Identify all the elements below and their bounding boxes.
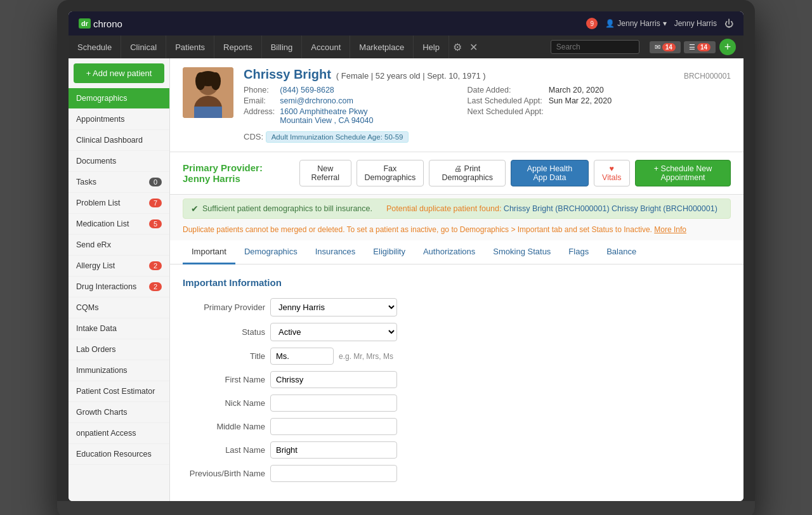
print-demographics-button[interactable]: Print Demographics xyxy=(429,160,506,186)
duplicate-warning: Potential duplicate patient found: Chris… xyxy=(386,204,717,213)
warning-alert: Duplicate patients cannot be merged or d… xyxy=(183,223,731,237)
tab-important[interactable]: Important xyxy=(183,240,235,264)
sidebar-item-immunizations[interactable]: Immunizations xyxy=(69,360,169,381)
add-button[interactable]: + xyxy=(719,39,736,55)
nav-account[interactable]: Account xyxy=(302,36,350,58)
add-patient-button[interactable]: + Add new patient xyxy=(74,63,164,83)
phone-label: Phone: xyxy=(244,86,275,95)
patient-phone[interactable]: (844) 569-8628 xyxy=(280,86,462,95)
last-name-row: Last Name xyxy=(183,441,731,459)
title-label: Title xyxy=(183,351,265,361)
more-info-link[interactable]: More Info xyxy=(654,225,686,234)
cds-label: CDS: xyxy=(244,132,263,141)
sidebar-item-drug-interactions[interactable]: Drug Interactions 2 xyxy=(69,277,169,297)
tab-eligibility[interactable]: Eligibility xyxy=(364,240,414,264)
nav-help[interactable]: Help xyxy=(414,36,449,58)
sidebar-item-education[interactable]: Education Resources xyxy=(69,444,169,465)
apple-health-button[interactable]: Apple Health App Data xyxy=(511,160,588,186)
vitals-button[interactable]: ♥ Vitals xyxy=(594,160,630,186)
form-section: Important Information Primary Provider J… xyxy=(170,264,743,501)
status-select[interactable]: Active xyxy=(270,323,397,341)
sidebar-item-demographics[interactable]: Demographics xyxy=(69,88,169,109)
patient-full-name[interactable]: Chrissy Bright xyxy=(244,67,331,82)
tab-insurances[interactable]: Insurances xyxy=(306,240,365,264)
svg-point-4 xyxy=(195,72,206,90)
messages-button[interactable]: ✉ 14 xyxy=(650,41,681,53)
action-bar: Primary Provider: Jenny Harris New Refer… xyxy=(170,152,743,195)
duplicate-link-1[interactable]: Chrissy Bright (BRCH000001) xyxy=(504,204,610,213)
sidebar-item-clinical-dashboard[interactable]: Clinical Dashboard xyxy=(69,130,169,151)
logo: dr chrono xyxy=(79,18,122,29)
allergy-badge: 2 xyxy=(149,261,162,270)
success-alert: ✔ Sufficient patient demographics to bil… xyxy=(183,199,731,219)
logo-dr: dr xyxy=(79,18,91,29)
previous-birth-name-row: Previous/Birth Name xyxy=(183,465,731,482)
sidebar-item-onpatient[interactable]: onpatient Access xyxy=(69,423,169,444)
next-appt-label: Next Scheduled Appt: xyxy=(468,107,544,125)
provider-label: Primary Provider: Jenny Harris xyxy=(183,162,289,184)
nav-close-icon[interactable]: ✕ xyxy=(466,36,481,58)
status-label: Status xyxy=(183,327,265,337)
date-added-label: Date Added: xyxy=(468,86,544,95)
tab-demographics[interactable]: Demographics xyxy=(235,240,306,264)
tab-flags[interactable]: Flags xyxy=(560,240,598,264)
svg-rect-6 xyxy=(194,107,222,118)
sidebar-item-allergy-list[interactable]: Allergy List 2 xyxy=(69,256,169,277)
sidebar-item-appointments[interactable]: Appointments xyxy=(69,109,169,130)
previous-birth-name-input[interactable] xyxy=(270,465,397,482)
tab-balance[interactable]: Balance xyxy=(598,240,645,264)
search-input[interactable] xyxy=(551,40,639,54)
user-menu[interactable]: 👤 Jenny Harris ▾ xyxy=(605,19,666,28)
nick-name-row: Nick Name xyxy=(183,394,731,412)
primary-provider-label: Primary Provider xyxy=(183,303,265,312)
last-appt: Sun Mar 22, 2020 xyxy=(549,96,731,105)
last-name-input[interactable] xyxy=(270,441,397,459)
nav-marketplace[interactable]: Marketplace xyxy=(350,36,414,58)
fax-demographics-button[interactable]: Fax Demographics xyxy=(357,160,424,186)
patient-photo xyxy=(183,67,233,118)
primary-provider-row: Primary Provider Jenny Harris xyxy=(183,298,731,316)
patient-address[interactable]: 1600 Amphitheatre Pkwy Mountain View , C… xyxy=(280,107,462,125)
nick-name-input[interactable] xyxy=(270,394,397,412)
sidebar-item-patient-cost[interactable]: Patient Cost Estimator xyxy=(69,381,169,402)
sidebar-item-send-erx[interactable]: Send eRx xyxy=(69,235,169,256)
sidebar-item-documents[interactable]: Documents xyxy=(69,151,169,172)
sidebar-item-growth-charts[interactable]: Growth Charts xyxy=(69,402,169,423)
nav-patients[interactable]: Patients xyxy=(166,36,214,58)
patient-email[interactable]: semi@drchrono.com xyxy=(280,96,462,105)
first-name-input[interactable] xyxy=(270,371,397,388)
middle-name-row: Middle Name xyxy=(183,418,731,435)
nav-settings-icon[interactable]: ⚙ xyxy=(449,36,466,58)
sidebar-item-cqms[interactable]: CQMs xyxy=(69,297,169,318)
first-name-row: First Name xyxy=(183,371,731,388)
logo-chrono: chrono xyxy=(93,18,122,29)
tasks-button[interactable]: ☰ 14 xyxy=(684,41,716,53)
nav-clinical[interactable]: Clinical xyxy=(121,36,166,58)
sidebar-item-problem-list[interactable]: Problem List 7 xyxy=(69,193,169,214)
sidebar-item-lab-orders[interactable]: Lab Orders xyxy=(69,339,169,360)
notification-badge[interactable]: 9 xyxy=(586,18,598,29)
nav-reports[interactable]: Reports xyxy=(214,36,262,58)
duplicate-link-2[interactable]: Chrissy Bright (BRCH000001) xyxy=(612,204,717,213)
title-input[interactable] xyxy=(270,348,334,365)
middle-name-input[interactable] xyxy=(270,418,397,435)
power-icon[interactable]: ⏻ xyxy=(724,18,733,29)
tab-authorizations[interactable]: Authorizations xyxy=(414,240,484,264)
check-icon: ✔ xyxy=(191,204,199,214)
tabs: Important Demographics Insurances Eligib… xyxy=(170,240,743,264)
nav-schedule[interactable]: Schedule xyxy=(69,36,121,58)
sidebar: + Add new patient Demographics Appointme… xyxy=(69,58,170,501)
sidebar-item-medication-list[interactable]: Medication List 5 xyxy=(69,214,169,235)
cds-badge[interactable]: Adult Immunization Schedule Age: 50-59 xyxy=(266,131,409,143)
sidebar-item-tasks[interactable]: Tasks 0 xyxy=(69,172,169,193)
user-name: Jenny Harris xyxy=(617,19,660,28)
nav-billing[interactable]: Billing xyxy=(262,36,303,58)
last-name-label: Last Name xyxy=(183,445,265,455)
schedule-appointment-button[interactable]: + Schedule New Appointment xyxy=(635,160,731,186)
sidebar-item-intake-data[interactable]: Intake Data xyxy=(69,318,169,339)
primary-provider-select[interactable]: Jenny Harris xyxy=(270,298,397,316)
patient-id: BRCH000001 xyxy=(684,72,731,81)
new-referral-button[interactable]: New Referral xyxy=(299,160,351,186)
tab-smoking-status[interactable]: Smoking Status xyxy=(484,240,560,264)
patient-details: Phone: (844) 569-8628 Date Added: March … xyxy=(244,86,731,125)
